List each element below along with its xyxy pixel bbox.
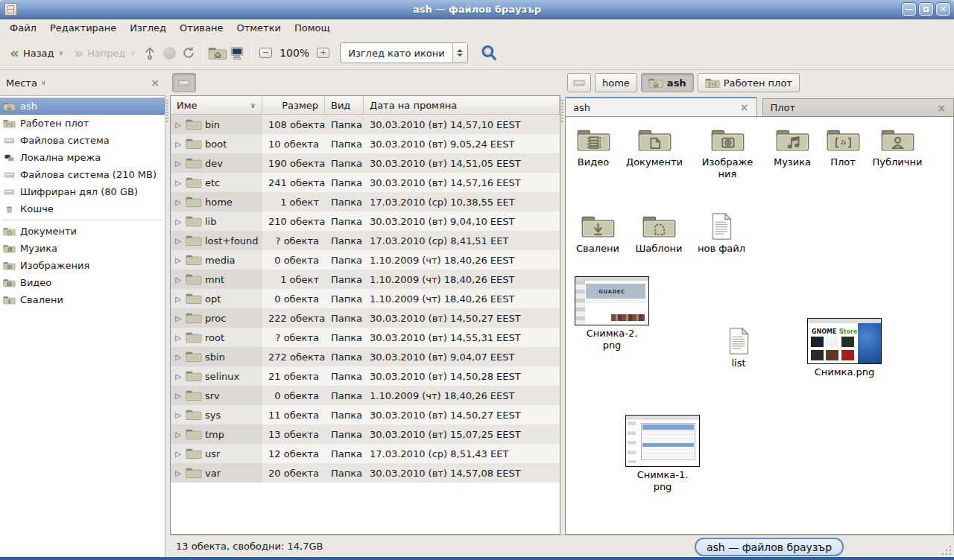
icon-view-item[interactable]: list bbox=[707, 327, 770, 369]
menu-item[interactable]: Помощ bbox=[288, 21, 337, 35]
icon-view[interactable]: GUADEC Снимка-2.png GNOME Store Снимка.p… bbox=[565, 116, 954, 535]
tab-ash[interactable]: ash × bbox=[565, 97, 757, 116]
expander-icon[interactable]: ▷ bbox=[174, 217, 183, 226]
icon-view-item[interactable]: Публични bbox=[866, 126, 929, 168]
sidebar-dropdown-icon[interactable]: ∨ bbox=[41, 79, 46, 86]
minimize-button[interactable]: — bbox=[902, 3, 916, 16]
tree-row[interactable]: ▷ lib 210 обекта Папка 30.03.2010 (вт) 9… bbox=[171, 211, 560, 231]
sidebar-item[interactable]: Видео bbox=[0, 274, 165, 291]
maximize-button[interactable] bbox=[919, 3, 933, 16]
icon-view-item[interactable]: Видео bbox=[565, 126, 625, 168]
zoom-out-button[interactable]: − bbox=[259, 48, 272, 58]
view-mode-select[interactable]: Изглед като икони bbox=[340, 42, 468, 63]
up-button[interactable] bbox=[140, 43, 159, 63]
sidebar-item[interactable]: Локална мрежа bbox=[0, 149, 165, 166]
sidebar-close-icon[interactable]: × bbox=[151, 78, 159, 87]
sidebar-splitter[interactable] bbox=[165, 70, 170, 557]
tree-row[interactable]: ▷ media 0 обекта Папка 1.10.2009 (чт) 18… bbox=[171, 250, 560, 270]
tree-row[interactable]: ▷ etc 241 обекта Папка 30.03.2010 (вт) 1… bbox=[171, 173, 560, 192]
tree-row[interactable]: ▷ bin 108 обекта Папка 30.03.2010 (вт) 1… bbox=[171, 115, 560, 134]
sidebar-item[interactable]: Музика bbox=[0, 240, 165, 257]
tree-row[interactable]: ▷ home 1 обект Папка 17.03.2010 (ср) 10,… bbox=[171, 192, 560, 211]
expander-icon[interactable]: ▷ bbox=[174, 314, 183, 322]
titlebar[interactable]: ash — файлов браузър — ✕ bbox=[0, 0, 954, 19]
menu-item[interactable]: Изглед bbox=[123, 21, 173, 35]
path-button-home[interactable]: home bbox=[595, 73, 637, 92]
expander-icon[interactable]: ▷ bbox=[174, 430, 183, 439]
back-button[interactable]: « Назад ∨ bbox=[4, 43, 69, 63]
sidebar-item[interactable]: Изображения bbox=[0, 257, 165, 274]
expander-icon[interactable]: ▷ bbox=[174, 411, 183, 419]
tree-row[interactable]: ▷ opt 0 обекта Папка 1.10.2009 (чт) 18,4… bbox=[171, 289, 560, 308]
filesystem-path-button[interactable] bbox=[172, 73, 196, 92]
tree-row[interactable]: ▷ boot 10 обекта Папка 30.03.2010 (вт) 9… bbox=[171, 134, 560, 153]
file-item-snimka1[interactable]: Снимка-1.png bbox=[622, 415, 703, 493]
expander-icon[interactable]: ▷ bbox=[174, 276, 183, 284]
icon-view-item[interactable]: Изображения bbox=[696, 126, 759, 180]
expander-icon[interactable]: ▷ bbox=[174, 198, 183, 206]
tree-row[interactable]: ▷ srv 0 обекта Папка 1.10.2009 (чт) 18,4… bbox=[171, 386, 560, 405]
expander-icon[interactable]: ▷ bbox=[174, 256, 183, 264]
resize-grip[interactable] bbox=[942, 545, 952, 555]
stop-button[interactable] bbox=[159, 43, 179, 63]
icon-view-item[interactable]: нов файл bbox=[690, 212, 753, 255]
menu-item[interactable]: Редактиране bbox=[43, 21, 123, 35]
sidebar-item[interactable]: Документи bbox=[0, 223, 165, 240]
tree-row[interactable]: ▷ usr 12 обекта Папка 17.03.2010 (ср) 8,… bbox=[171, 444, 560, 463]
expander-icon[interactable]: ▷ bbox=[174, 469, 183, 477]
reload-button[interactable] bbox=[179, 43, 198, 63]
taskbar-window-button[interactable]: ash — файлов браузър bbox=[695, 538, 844, 556]
icon-view-item[interactable]: Плот bbox=[812, 126, 874, 168]
expander-icon[interactable]: ▷ bbox=[174, 450, 183, 458]
forward-button[interactable]: » Напред ∨ bbox=[69, 43, 140, 63]
tree-row[interactable]: ▷ sys 11 обекта Папка 30.03.2010 (вт) 14… bbox=[171, 405, 560, 424]
column-header-name[interactable]: Име ∨ bbox=[171, 96, 262, 114]
zoom-in-button[interactable]: + bbox=[317, 48, 329, 58]
column-header-type[interactable]: Вид bbox=[325, 96, 364, 114]
icon-view-item[interactable]: Шаблони bbox=[628, 212, 690, 255]
path-button-ash[interactable]: ash bbox=[641, 73, 694, 92]
column-header-date[interactable]: Дата на промяна bbox=[364, 96, 560, 114]
menu-item[interactable]: Отиване bbox=[173, 21, 230, 35]
expander-icon[interactable]: ▷ bbox=[174, 140, 183, 148]
file-item-snimka2[interactable]: GUADEC Снимка-2.png bbox=[572, 276, 652, 351]
tab-close-icon[interactable]: × bbox=[937, 104, 946, 112]
tree-row[interactable]: ▷ var 20 обекта Папка 30.03.2010 (вт) 14… bbox=[171, 463, 560, 483]
expander-icon[interactable]: ▷ bbox=[174, 334, 183, 342]
sidebar-item[interactable]: Кошче bbox=[0, 200, 165, 217]
sidebar-item[interactable]: Свалени bbox=[0, 291, 165, 308]
back-dropdown-icon[interactable]: ∨ bbox=[59, 49, 64, 57]
expander-icon[interactable]: ▷ bbox=[174, 295, 183, 303]
file-item-snimka[interactable]: GNOME Store Снимка.png bbox=[804, 318, 885, 378]
search-button[interactable] bbox=[478, 42, 499, 63]
tree-row[interactable]: ▷ mnt 1 обект Папка 1.10.2009 (чт) 18,40… bbox=[171, 270, 560, 289]
tree-row[interactable]: ▷ selinux 21 обекта Папка 30.03.2010 (вт… bbox=[171, 366, 560, 386]
tab-close-icon[interactable]: × bbox=[740, 103, 749, 112]
expander-icon[interactable]: ▷ bbox=[174, 372, 183, 381]
sidebar-item[interactable]: Работен плот bbox=[0, 115, 165, 132]
sidebar-item[interactable]: Файлова система bbox=[0, 132, 165, 149]
path-button-desktop[interactable]: Работен плот bbox=[698, 73, 800, 92]
view-mode-spinner[interactable] bbox=[452, 43, 467, 63]
expander-icon[interactable]: ▷ bbox=[174, 353, 183, 361]
tree-row[interactable]: ▷ dev 190 обекта Папка 30.03.2010 (вт) 1… bbox=[171, 153, 560, 173]
tree-row[interactable]: ▷ proc 222 обекта Папка 30.03.2010 (вт) … bbox=[171, 308, 560, 328]
root-path-button[interactable] bbox=[567, 73, 591, 92]
expander-icon[interactable]: ▷ bbox=[174, 179, 183, 187]
sidebar-item[interactable]: Файлова система (210 MB) bbox=[0, 166, 165, 183]
tree-row[interactable]: ▷ lost+found ? обекта Папка 17.03.2010 (… bbox=[171, 231, 560, 250]
close-button[interactable]: ✕ bbox=[936, 3, 950, 16]
tree-row[interactable]: ▷ root ? обекта Папка 30.03.2010 (вт) 14… bbox=[171, 328, 560, 347]
menu-item[interactable]: Отметки bbox=[230, 21, 287, 35]
tab-desktop[interactable]: Плот × bbox=[762, 98, 954, 116]
tree-row[interactable]: ▷ tmp 13 обекта Папка 30.03.2010 (вт) 15… bbox=[171, 424, 560, 444]
icon-view-item[interactable]: Свалени bbox=[566, 212, 629, 255]
computer-button[interactable] bbox=[227, 43, 247, 63]
expander-icon[interactable]: ▷ bbox=[174, 159, 183, 168]
column-header-size[interactable]: Размер bbox=[262, 96, 325, 114]
sidebar-item[interactable]: ash bbox=[0, 98, 165, 115]
expander-icon[interactable]: ▷ bbox=[174, 392, 183, 400]
expander-icon[interactable]: ▷ bbox=[174, 121, 183, 129]
sidebar-title[interactable]: Места bbox=[6, 77, 37, 89]
tree-row[interactable]: ▷ sbin 272 обекта Папка 30.03.2010 (вт) … bbox=[171, 347, 560, 366]
